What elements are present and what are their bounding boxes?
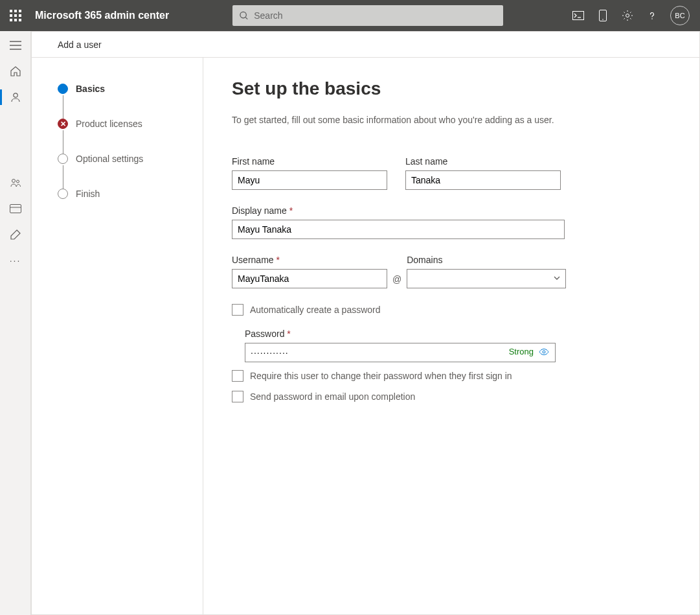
main-panel: Add a user Basics ✕ Product licenses Opt… xyxy=(31,31,700,615)
shell-icon[interactable] xyxy=(572,9,585,22)
svg-rect-14 xyxy=(10,205,21,213)
more-icon[interactable]: ··· xyxy=(9,254,22,267)
step-dot-active-icon xyxy=(58,84,68,94)
app-title: Microsoft 365 admin center xyxy=(35,10,169,21)
wizard-step-optional[interactable]: Optional settings xyxy=(58,154,203,164)
require-change-label: Require this user to change their passwo… xyxy=(250,371,512,381)
step-label: Basics xyxy=(76,84,105,94)
svg-point-5 xyxy=(602,19,604,20)
step-label: Product licenses xyxy=(76,119,142,129)
svg-rect-2 xyxy=(573,12,584,20)
home-icon[interactable] xyxy=(9,65,22,78)
svg-point-11 xyxy=(13,93,17,97)
form-title: Set up the basics xyxy=(232,78,671,99)
svg-point-13 xyxy=(16,180,19,183)
top-icons: BC xyxy=(572,6,690,25)
require-change-checkbox[interactable] xyxy=(232,370,243,382)
app-launcher-icon[interactable] xyxy=(8,8,23,23)
auto-password-label: Automatically create a password xyxy=(250,305,381,315)
panel-title: Add a user xyxy=(32,32,699,58)
display-name-input[interactable] xyxy=(232,220,565,239)
wizard-step-basics[interactable]: Basics xyxy=(58,84,203,94)
auto-password-checkbox[interactable] xyxy=(232,304,243,316)
domains-select[interactable] xyxy=(407,269,566,288)
eye-icon[interactable] xyxy=(539,347,549,357)
first-name-input[interactable] xyxy=(232,170,387,190)
display-name-label: Display name * xyxy=(232,205,671,216)
step-dot-icon xyxy=(58,154,68,164)
step-dot-icon xyxy=(58,189,68,199)
send-email-label: Send password in email upon completion xyxy=(250,391,415,402)
domains-input[interactable] xyxy=(407,269,566,288)
step-label: Optional settings xyxy=(76,154,143,164)
send-email-checkbox[interactable] xyxy=(232,391,243,402)
left-nav-rail: ··· xyxy=(0,31,31,615)
wizard-steps: Basics ✕ Product licenses Optional setti… xyxy=(32,58,203,614)
domains-label: Domains xyxy=(407,255,566,265)
gear-icon[interactable] xyxy=(621,9,634,22)
wizard-step-finish[interactable]: Finish xyxy=(58,189,203,199)
search-icon xyxy=(239,10,249,21)
svg-point-7 xyxy=(651,18,653,19)
first-name-label: First name xyxy=(232,156,387,167)
password-strength: Strong xyxy=(509,347,534,356)
search-input[interactable] xyxy=(254,10,497,21)
wizard-step-licenses[interactable]: ✕ Product licenses xyxy=(58,119,203,129)
svg-line-1 xyxy=(246,17,248,19)
svg-point-6 xyxy=(626,14,629,17)
step-label: Finish xyxy=(76,189,100,199)
mobile-icon[interactable] xyxy=(596,9,609,22)
avatar[interactable]: BC xyxy=(670,6,690,25)
form-subtitle: To get started, fill out some basic info… xyxy=(232,115,671,125)
step-dot-error-icon: ✕ xyxy=(58,119,68,129)
form-area: Set up the basics To get started, fill o… xyxy=(203,58,699,614)
search-box[interactable] xyxy=(232,5,503,26)
last-name-input[interactable] xyxy=(405,170,561,190)
teams-icon[interactable] xyxy=(9,176,22,189)
users-icon[interactable] xyxy=(9,91,22,104)
last-name-label: Last name xyxy=(405,156,561,167)
setup-icon[interactable] xyxy=(9,228,22,241)
billing-icon[interactable] xyxy=(9,202,22,215)
top-header: Microsoft 365 admin center BC xyxy=(0,0,700,31)
svg-point-12 xyxy=(12,180,15,183)
svg-point-0 xyxy=(240,12,246,17)
hamburger-icon[interactable] xyxy=(9,39,22,52)
help-icon[interactable] xyxy=(646,9,659,22)
username-label: Username * xyxy=(232,255,387,265)
username-input[interactable] xyxy=(232,269,387,288)
password-label: Password * xyxy=(245,329,671,339)
svg-point-16 xyxy=(543,351,545,353)
at-symbol: @ xyxy=(392,274,401,288)
